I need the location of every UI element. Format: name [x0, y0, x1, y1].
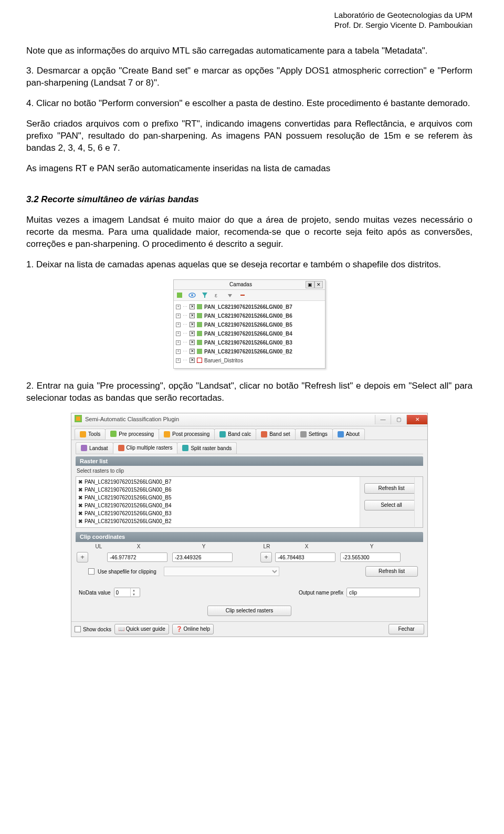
tab-label: About	[346, 431, 360, 438]
raster-item[interactable]: ✖PAN_LC82190762015266LGN00_B4	[78, 502, 358, 509]
clip-selected-button[interactable]: Clip selected rasters	[207, 606, 291, 616]
layers-panel: Camadas ▣ ✕ ε +⋯✕PAN_LC82190762015266LGN…	[173, 279, 326, 369]
layer-row[interactable]: +⋯✕PAN_LC82190762015266LGN00_B5	[175, 320, 324, 329]
expand-icon[interactable]: +	[176, 322, 181, 327]
spinner-down-icon[interactable]: ▼	[131, 592, 138, 597]
x-icon: ✖	[78, 494, 82, 502]
spinner-up-icon[interactable]: ▲	[131, 588, 138, 592]
expand-icon[interactable]: +	[176, 305, 181, 309]
y-label: Y	[172, 543, 235, 550]
close-button[interactable]: Fechar	[388, 624, 424, 634]
show-docks-checkbox[interactable]	[75, 626, 81, 632]
checkbox[interactable]: ✕	[190, 331, 195, 336]
ul-y-input[interactable]	[172, 552, 233, 562]
subtab-clip-rasters[interactable]: Clip multiple rasters	[113, 442, 178, 454]
close-button[interactable]: ✕	[406, 415, 427, 424]
raster-item[interactable]: ✖PAN_LC82190762015266LGN00_B7	[78, 478, 358, 486]
filter-icon[interactable]	[201, 291, 208, 299]
eye-icon[interactable]	[188, 291, 196, 299]
collapse-icon[interactable]	[226, 291, 234, 299]
tab-post-processing[interactable]: Post processing	[159, 429, 215, 440]
raster-list[interactable]: ✖PAN_LC82190762015266LGN00_B7 ✖PAN_LC821…	[76, 477, 360, 527]
tab-about[interactable]: About	[332, 429, 365, 440]
expand-icon[interactable]: +	[176, 349, 181, 354]
layer-row[interactable]: +⋯✕Barueri_Distritos	[175, 356, 324, 365]
layer-name: PAN_LC82190762015266LGN00_B5	[204, 320, 292, 329]
layer-row[interactable]: +⋯✕PAN_LC82190762015266LGN00_B6	[175, 311, 324, 320]
expand-icon[interactable]: +	[176, 314, 181, 318]
refresh-list-button[interactable]: Refresh list	[364, 483, 418, 494]
online-help-button[interactable]: ❓ Online help	[172, 624, 214, 634]
expand-icon[interactable]: +	[176, 358, 181, 363]
layer-row[interactable]: +⋯✕PAN_LC82190762015266LGN00_B7	[175, 303, 324, 311]
nodata-input[interactable]	[114, 588, 130, 597]
raster-item[interactable]: ✖PAN_LC82190762015266LGN00_B3	[78, 509, 358, 517]
book-icon: 📖	[118, 626, 124, 632]
output-prefix-input[interactable]	[346, 588, 420, 597]
expand-icon[interactable]: +	[176, 331, 181, 336]
vector-icon	[197, 358, 202, 363]
checkbox[interactable]: ✕	[190, 358, 195, 363]
scrollbar[interactable]	[414, 477, 422, 527]
clip-icon	[118, 445, 124, 451]
add-layer-icon[interactable]	[176, 291, 183, 299]
raster-item[interactable]: ✖PAN_LC82190762015266LGN00_B2	[78, 517, 358, 525]
checkbox[interactable]: ✕	[190, 304, 195, 309]
shapefile-clip-checkbox[interactable]	[88, 568, 94, 575]
tab-settings[interactable]: Settings	[295, 429, 333, 440]
tab-label: Band set	[269, 431, 290, 438]
checkbox[interactable]: ✕	[190, 340, 195, 345]
arrow-right-icon	[110, 431, 117, 437]
arrow-right-icon	[164, 431, 170, 437]
layers-toolbar: ε	[174, 290, 325, 301]
minimize-button[interactable]: —	[375, 415, 391, 424]
layer-row[interactable]: +⋯✕PAN_LC82190762015266LGN00_B4	[175, 329, 324, 338]
checkbox[interactable]: ✕	[190, 349, 195, 354]
layer-name: PAN_LC82190762015266LGN00_B3	[204, 338, 292, 347]
maximize-button[interactable]: ▢	[391, 415, 406, 424]
layers-panel-title: Camadas	[176, 281, 306, 288]
pick-lr-button[interactable]: +	[260, 552, 272, 562]
scp-window: Semi-Automatic Classification Plugin — ▢…	[71, 413, 428, 638]
undock-icon[interactable]: ▣	[306, 281, 314, 288]
expression-icon[interactable]: ε	[214, 291, 221, 299]
ul-x-input[interactable]	[107, 552, 167, 562]
raster-item[interactable]: ✖PAN_LC82190762015266LGN00_B6	[78, 486, 358, 494]
bands-icon	[261, 431, 267, 437]
paragraph: 3. Desmarcar a opção "Create Band set" e…	[26, 65, 472, 89]
shapefile-select[interactable]	[164, 567, 279, 576]
split-icon	[182, 445, 188, 451]
tab-tools[interactable]: Tools	[75, 429, 106, 440]
layer-row[interactable]: +⋯✕PAN_LC82190762015266LGN00_B2	[175, 347, 324, 356]
raster-name: PAN_LC82190762015266LGN00_B2	[85, 517, 172, 525]
lr-y-input[interactable]	[340, 552, 401, 562]
tab-label: Landsat	[89, 445, 108, 452]
help-icon: ❓	[176, 626, 182, 632]
nodata-row: NoData value ▲▼ Output name prefix	[76, 579, 423, 601]
tab-band-set[interactable]: Band set	[256, 429, 295, 440]
close-icon[interactable]: ✕	[314, 281, 323, 288]
tab-pre-processing[interactable]: Pre processing	[105, 429, 159, 440]
layer-row[interactable]: +⋯✕PAN_LC82190762015266LGN00_B3	[175, 338, 324, 347]
quick-guide-button[interactable]: 📖 Quick user guide	[114, 624, 169, 634]
expand-icon[interactable]: +	[176, 340, 181, 345]
select-all-button[interactable]: Select all	[364, 500, 418, 510]
checkbox[interactable]: ✕	[190, 322, 195, 327]
subtab-landsat[interactable]: Landsat	[76, 442, 113, 454]
raster-name: PAN_LC82190762015266LGN00_B4	[85, 502, 172, 509]
raster-item[interactable]: ✖PAN_LC82190762015266LGN00_B5	[78, 494, 358, 502]
paragraph: As imagens RT e PAN serão automaticament…	[26, 163, 472, 175]
info-icon	[338, 431, 344, 437]
tab-band-calc[interactable]: Band calc	[214, 429, 256, 440]
window-controls: — ▢ ✕	[375, 415, 427, 424]
refresh-list-button-2[interactable]: Refresh list	[365, 566, 418, 577]
pick-ul-button[interactable]: +	[77, 552, 88, 562]
remove-layer-icon[interactable]	[239, 291, 246, 299]
lr-x-input[interactable]	[275, 552, 335, 562]
subtab-split-bands[interactable]: Split raster bands	[177, 442, 237, 454]
layer-name: PAN_LC82190762015266LGN00_B2	[204, 347, 292, 356]
nodata-spinner[interactable]: ▲▼	[114, 588, 140, 597]
checkbox[interactable]: ✕	[190, 313, 195, 318]
coord-grid: UL X Y LR X Y + +	[76, 542, 423, 564]
x-icon: ✖	[78, 478, 82, 486]
